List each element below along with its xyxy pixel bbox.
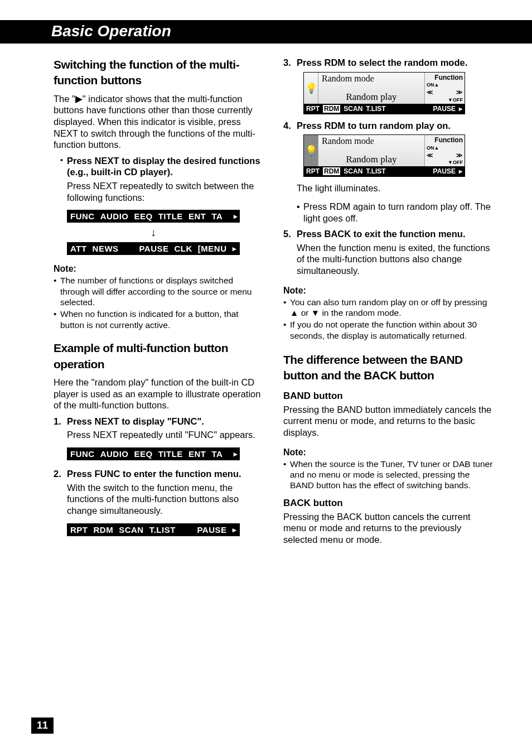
next-arrow-icon: ▸ — [459, 167, 462, 175]
sub-paragraph: Press NEXT repeatedly to switch between … — [67, 180, 263, 203]
lcd-bar-1: FUNC AUDIO EEQ TITLE ENT TA ▸ — [67, 210, 240, 223]
lcd-eeq: EEQ — [134, 211, 153, 221]
lcd-rpt: RPT — [70, 525, 88, 535]
step-text: Press FUNC to enter the function menu. — [67, 468, 241, 480]
forward-icon: ≫ — [456, 89, 463, 96]
display-screen-1: 💡 Random mode Random play Function ON▲ ≪… — [303, 72, 465, 114]
lcd-tlist: T.LIST — [149, 525, 176, 535]
step-1-sub: Press NEXT repeatedly until "FUNC" appea… — [67, 429, 263, 441]
note-item-1: • The number of functions or displays sw… — [54, 275, 263, 307]
rewind-icon: ≪ — [427, 89, 433, 96]
step-text: Press RDM to turn random play on. — [297, 120, 451, 132]
left-column: Switching the function of the multi-func… — [54, 57, 263, 550]
down-arrow-icon: ↓ — [67, 223, 240, 242]
step-1: 1. Press NEXT to display "FUNC". — [54, 416, 263, 427]
bulb-icon-lit: 💡 — [304, 135, 318, 166]
screen-line-2: Random play — [322, 92, 421, 103]
step-number: 2. — [54, 468, 67, 480]
lcd-pause: PAUSE — [139, 244, 168, 253]
step-4: 4. Press RDM to turn random play on. — [283, 120, 493, 132]
lcd-clk: CLK — [175, 244, 192, 253]
note-text: When the source is the Tuner, TV tuner o… — [290, 459, 493, 491]
bullet-dot: • — [60, 155, 67, 178]
bullet-dot: • — [283, 297, 290, 319]
function-label: Function — [427, 136, 463, 144]
bottom-tlist: T.LIST — [366, 105, 385, 113]
back-subheading: BACK button — [283, 498, 493, 509]
lcd-att: ATT — [70, 244, 87, 253]
forward-icon: ≫ — [456, 152, 463, 159]
screen-line-2: Random play — [322, 154, 421, 165]
lcd-title: TITLE — [158, 449, 183, 459]
note-text: If you do not operate the function withi… — [290, 319, 493, 341]
bottom-scan: SCAN — [344, 167, 362, 175]
next-arrow-icon: ▸ — [233, 244, 237, 253]
lcd-func: FUNC — [70, 449, 95, 459]
lcd-func: FUNC — [70, 211, 95, 221]
lcd-bar-2: ATT NEWS PAUSE CLK [MENU ▸ — [67, 242, 240, 255]
page-number: 11 — [31, 718, 54, 734]
bulb-icon: 💡 — [304, 73, 318, 104]
lcd-bar-4: RPT RDM SCAN T.LIST PAUSE ▸ — [67, 523, 240, 536]
lcd-audio: AUDIO — [100, 211, 129, 221]
bottom-tlist: T.LIST — [366, 167, 385, 175]
note-text: The number of functions or displays swit… — [60, 275, 263, 307]
step-number: 1. — [54, 416, 67, 427]
step-text: Press BACK to exit the function menu. — [297, 228, 466, 240]
lcd-ent: ENT — [188, 211, 206, 221]
bullet-text: Press NEXT to display the desired functi… — [67, 155, 263, 178]
lcd-pause: PAUSE — [197, 525, 226, 535]
lcd-ent: ENT — [188, 449, 206, 459]
step-4-bullet: • Press RDM again to turn random play of… — [297, 201, 493, 224]
note-item-2: • When no function is indicated for a bu… — [54, 309, 263, 330]
display-screen-2: 💡 Random mode Random play Function ON▲ ≪… — [303, 134, 465, 177]
content-area: Switching the function of the multi-func… — [0, 44, 532, 550]
band-note: • When the source is the Tuner, TV tuner… — [283, 459, 493, 491]
step-3: 3. Press RDM to select the random mode. — [283, 57, 493, 69]
note-text: You can also turn random play on or off … — [290, 297, 493, 319]
note-heading: Note: — [283, 447, 493, 458]
lcd-audio: AUDIO — [100, 449, 129, 459]
next-arrow-icon: ▸ — [234, 212, 238, 220]
bottom-rpt: RPT — [306, 105, 320, 113]
lcd-menu: [MENU — [198, 244, 227, 253]
bottom-pause: PAUSE — [433, 167, 456, 175]
rewind-icon: ≪ — [427, 152, 433, 159]
bottom-rpt: RPT — [306, 167, 320, 175]
intro-paragraph: The "▶" indicator shows that the multi-f… — [54, 93, 263, 151]
next-arrow-icon: ▸ — [459, 105, 462, 113]
step-text: Press RDM to select the random mode. — [297, 57, 467, 69]
heading-switching: Switching the function of the multi-func… — [54, 57, 263, 89]
step-number: 4. — [283, 120, 297, 132]
bullet-dot: • — [54, 275, 60, 307]
bottom-rdm-highlighted: RDM — [323, 167, 340, 175]
step-2: 2. Press FUNC to enter the function menu… — [54, 468, 263, 480]
screen-line-1: Random mode — [322, 136, 421, 146]
screen-line-1: Random mode — [322, 74, 421, 84]
heading-example: Example of multi-function button operati… — [54, 340, 263, 372]
note-heading: Note: — [54, 264, 263, 274]
step-number: 3. — [283, 57, 297, 69]
off-indicator: ▼OFF — [427, 97, 463, 103]
lcd-ta: TA — [211, 211, 223, 221]
lcd-title: TITLE — [158, 211, 183, 221]
next-arrow-icon: ▸ — [234, 450, 238, 458]
band-paragraph: Pressing the BAND button immediately can… — [283, 404, 493, 439]
function-label: Function — [427, 74, 463, 81]
note-item-1: • You can also turn random play on or of… — [283, 297, 493, 319]
lcd-rdm: RDM — [94, 525, 114, 535]
note-text: When no function is indicated for a butt… — [60, 309, 263, 330]
step-4-sub: The light illuminates. — [297, 182, 493, 194]
step-5-sub: When the function menu is exited, the fu… — [297, 242, 493, 277]
bottom-rdm-highlighted: RDM — [323, 105, 340, 113]
lcd-news: NEWS — [93, 244, 119, 253]
note-heading: Note: — [283, 286, 493, 296]
lcd-scan: SCAN — [119, 525, 144, 535]
lcd-ta: TA — [211, 449, 223, 459]
step-5: 5. Press BACK to exit the function menu. — [283, 228, 493, 240]
step-number: 5. — [283, 228, 297, 240]
bottom-pause: PAUSE — [433, 105, 456, 113]
step-text: Press NEXT to display "FUNC". — [67, 416, 204, 427]
lcd-bar-3: FUNC AUDIO EEQ TITLE ENT TA ▸ — [67, 447, 240, 460]
back-paragraph: Pressing the BACK button cancels the cur… — [283, 511, 493, 546]
